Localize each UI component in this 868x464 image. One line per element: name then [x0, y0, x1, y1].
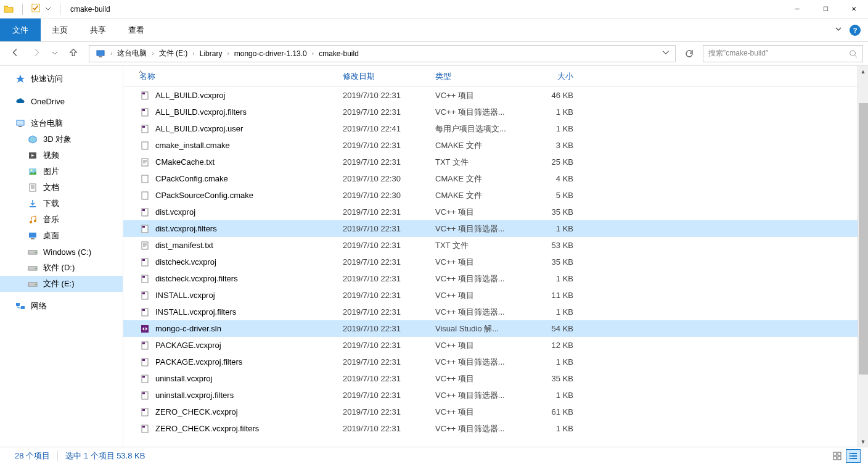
column-header-date[interactable]: 修改日期: [338, 71, 430, 82]
tab-view[interactable]: 查看: [117, 19, 155, 41]
file-row[interactable]: CPackSourceConfig.cmake2019/7/10 22:30CM…: [123, 187, 868, 204]
svg-rect-28: [142, 126, 145, 128]
file-date: 2019/7/10 22:31: [338, 207, 430, 217]
sidebar-item[interactable]: 文件 (E:): [0, 276, 123, 292]
file-icon: [139, 273, 150, 284]
breadcrumb-item[interactable]: 文件 (E:): [155, 46, 192, 62]
file-row[interactable]: distcheck.vcxproj2019/7/10 22:31VC++ 项目3…: [123, 254, 868, 270]
file-row[interactable]: CPackConfig.cmake2019/7/10 22:30CMAKE 文件…: [123, 170, 868, 187]
sidebar-onedrive[interactable]: OneDrive: [0, 93, 123, 109]
column-header-size[interactable]: 大小: [523, 71, 578, 82]
search-input[interactable]: 搜索"cmake-build": [703, 45, 863, 62]
file-row[interactable]: uninstall.vcxproj2019/7/10 22:31VC++ 项目3…: [123, 370, 868, 387]
qat-checkbox-icon[interactable]: [31, 4, 40, 14]
file-type: CMAKE 文件: [430, 173, 523, 184]
sidebar-item[interactable]: 3D 对象: [0, 131, 123, 147]
file-name: ZERO_CHECK.vcxproj.filters: [155, 424, 259, 433]
sidebar-item[interactable]: 图片: [0, 164, 123, 180]
sidebar-item[interactable]: 视频: [0, 147, 123, 164]
file-type: VC++ 项目: [430, 407, 523, 418]
tab-home[interactable]: 主页: [41, 19, 79, 41]
file-row[interactable]: ZERO_CHECK.vcxproj.filters2019/7/10 22:3…: [123, 420, 868, 437]
view-large-icons-button[interactable]: [830, 449, 845, 463]
sidebar-item[interactable]: 文档: [0, 180, 123, 196]
tab-file[interactable]: 文件: [0, 19, 41, 41]
file-type: CMAKE 文件: [430, 140, 523, 151]
drive-icon: [27, 278, 38, 289]
file-date: 2019/7/10 22:31: [338, 341, 430, 350]
file-size: 3 KB: [523, 141, 578, 150]
scroll-down-arrow-icon[interactable]: ▼: [858, 436, 868, 447]
file-row[interactable]: INSTALL.vcxproj2019/7/10 22:31VC++ 项目11 …: [123, 287, 868, 304]
breadcrumb[interactable]: › 这台电脑 › 文件 (E:) › Library › mongo-c-dri…: [89, 45, 676, 62]
column-header-type[interactable]: 类型: [430, 71, 523, 82]
file-name: dist_manifest.txt: [155, 241, 213, 250]
file-name: CPackSourceConfig.cmake: [155, 191, 253, 200]
file-date: 2019/7/10 22:31: [338, 307, 430, 317]
file-row[interactable]: ALL_BUILD.vcxproj2019/7/10 22:31VC++ 项目4…: [123, 87, 868, 104]
ribbon-tabs: 文件 主页 共享 查看 ?: [0, 19, 868, 42]
help-icon[interactable]: ?: [850, 25, 861, 36]
sidebar-item[interactable]: 桌面: [0, 228, 123, 244]
sidebar-quick-access[interactable]: 快速访问: [0, 71, 123, 87]
file-type: Visual Studio 解...: [430, 323, 523, 334]
file-row[interactable]: CMakeCache.txt2019/7/10 22:31TXT 文件25 KB: [123, 154, 868, 170]
sidebar-item-label: Windows (C:): [43, 247, 91, 257]
file-row[interactable]: dist.vcxproj2019/7/10 22:31VC++ 项目35 KB: [123, 204, 868, 220]
file-type: 每用户项目选项文...: [430, 123, 523, 135]
drive-icon: [27, 262, 38, 273]
window-minimize-button[interactable]: ─: [783, 0, 811, 19]
file-row[interactable]: INSTALL.vcxproj.filters2019/7/10 22:31VC…: [123, 304, 868, 320]
file-size: 1 KB: [523, 274, 578, 283]
breadcrumb-pc-icon[interactable]: [92, 46, 109, 62]
file-size: 1 KB: [523, 391, 578, 400]
ribbon-expand-icon[interactable]: [835, 25, 842, 35]
nav-forward-button[interactable]: [31, 47, 42, 60]
tab-share[interactable]: 共享: [79, 19, 117, 41]
file-row[interactable]: PACKAGE.vcxproj.filters2019/7/10 22:31VC…: [123, 354, 868, 370]
sidebar-item[interactable]: Windows (C:): [0, 244, 123, 260]
scrollbar-thumb[interactable]: [859, 103, 868, 375]
view-details-button[interactable]: [846, 449, 861, 463]
breadcrumb-item[interactable]: mongo-c-driver-1.13.0: [231, 46, 311, 62]
nav-back-button[interactable]: [10, 47, 21, 60]
window-close-button[interactable]: ✕: [840, 0, 868, 19]
breadcrumb-item[interactable]: cmake-build: [315, 46, 362, 62]
breadcrumb-item[interactable]: 这台电脑: [113, 46, 150, 62]
file-row[interactable]: dist.vcxproj.filters2019/7/10 22:31VC++ …: [123, 220, 868, 237]
file-row[interactable]: ALL_BUILD.vcxproj.user2019/7/10 22:41每用户…: [123, 120, 868, 137]
file-date: 2019/7/10 22:31: [338, 291, 430, 300]
file-row[interactable]: ZERO_CHECK.vcxproj2019/7/10 22:31VC++ 项目…: [123, 404, 868, 420]
scroll-up-arrow-icon[interactable]: ▲: [858, 66, 868, 77]
qat-dropdown-icon[interactable]: [45, 5, 51, 14]
file-icon: [139, 423, 150, 434]
nav-up-button[interactable]: [68, 47, 79, 60]
file-icon: [139, 390, 150, 401]
file-row[interactable]: ALL_BUILD.vcxproj.filters2019/7/10 22:31…: [123, 104, 868, 120]
file-size: 35 KB: [523, 257, 578, 267]
file-row[interactable]: mongo-c-driver.sln2019/7/10 22:31Visual …: [123, 320, 868, 337]
file-row[interactable]: PACKAGE.vcxproj2019/7/10 22:31VC++ 项目12 …: [123, 337, 868, 354]
file-date: 2019/7/10 22:31: [338, 241, 430, 250]
svg-point-11: [30, 221, 32, 223]
sidebar-this-pc[interactable]: 这台电脑: [0, 115, 123, 131]
sidebar-label: 网络: [31, 300, 47, 312]
file-row[interactable]: dist_manifest.txt2019/7/10 22:31TXT 文件53…: [123, 237, 868, 254]
sidebar-item[interactable]: 音乐: [0, 212, 123, 228]
vertical-scrollbar[interactable]: ▲ ▼: [858, 66, 868, 447]
sidebar-item[interactable]: 软件 (D:): [0, 260, 123, 276]
column-header-name[interactable]: 名称: [134, 71, 338, 82]
sidebar-network[interactable]: 网络: [0, 298, 123, 314]
refresh-button[interactable]: [681, 45, 698, 62]
file-row[interactable]: distcheck.vcxproj.filters2019/7/10 22:31…: [123, 270, 868, 287]
file-row[interactable]: uninstall.vcxproj.filters2019/7/10 22:31…: [123, 387, 868, 404]
window-maximize-button[interactable]: ☐: [811, 0, 840, 19]
file-icon: [139, 407, 150, 418]
documents-icon: [27, 182, 38, 193]
sidebar-item[interactable]: 下载: [0, 196, 123, 212]
status-selection-info: 选中 1 个项目 53.8 KB: [57, 450, 152, 462]
nav-history-dropdown-icon[interactable]: [52, 49, 58, 58]
breadcrumb-dropdown-icon[interactable]: [661, 48, 670, 59]
breadcrumb-item[interactable]: Library: [196, 46, 226, 62]
file-row[interactable]: cmake_install.cmake2019/7/10 22:31CMAKE …: [123, 137, 868, 154]
